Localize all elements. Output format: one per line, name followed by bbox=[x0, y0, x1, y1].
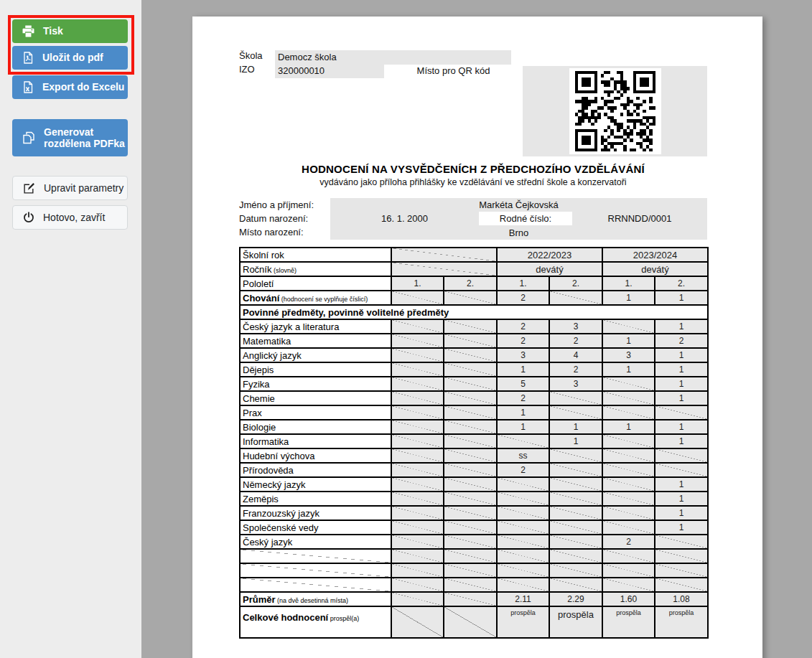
grade-cell bbox=[497, 549, 549, 563]
row-label-cell bbox=[240, 549, 391, 563]
grade-cell: 1 bbox=[497, 362, 549, 377]
grade-cell bbox=[549, 578, 602, 592]
qr-code bbox=[575, 71, 655, 151]
row-label-cell: Chování (hodnocení se vyplňuje číslicí) bbox=[240, 291, 391, 305]
row-label-cell: Ročník (slovně) bbox=[240, 262, 391, 276]
grade-cell bbox=[444, 463, 497, 477]
table-row: Hudební výchovass bbox=[240, 448, 708, 463]
grade-cell bbox=[444, 348, 497, 362]
grade-cell bbox=[391, 477, 444, 492]
grade-cell bbox=[549, 492, 602, 506]
printer-icon bbox=[22, 25, 34, 37]
save-pdf-button[interactable]: Uložit do pdf bbox=[12, 46, 128, 70]
grade-cell: 2.29 bbox=[549, 592, 602, 606]
print-button-label: Tisk bbox=[43, 25, 63, 37]
grade-cell bbox=[391, 420, 444, 434]
grade-cell: 2 bbox=[549, 334, 602, 348]
grade-cell bbox=[444, 492, 497, 506]
generate-split-pdfs-button-label: Generovat rozdělena PDFka bbox=[44, 126, 128, 149]
grade-cell: 2. bbox=[549, 276, 602, 291]
grade-cell bbox=[391, 405, 444, 420]
grade-cell bbox=[444, 506, 497, 520]
grade-cell bbox=[444, 391, 497, 405]
grade-cell: 1 bbox=[549, 420, 602, 434]
row-label-cell: Hudební výchova bbox=[240, 448, 391, 463]
row-label-cell: Průměr (na dvě desetinná místa) bbox=[240, 592, 391, 606]
generate-split-pdfs-button[interactable]: Generovat rozdělena PDFka bbox=[12, 119, 128, 156]
grade-cell bbox=[391, 248, 497, 262]
grade-cell: prospěla bbox=[497, 606, 549, 638]
grade-cell bbox=[602, 448, 655, 463]
grade-cell bbox=[444, 434, 497, 448]
grade-cell: 2 bbox=[497, 463, 549, 477]
table-row: Matematika2212 bbox=[240, 334, 708, 348]
grade-cell bbox=[444, 405, 497, 420]
grade-cell bbox=[391, 334, 444, 348]
qr-code-tile bbox=[569, 68, 661, 154]
grade-cell: 3 bbox=[549, 319, 602, 334]
grade-cell: 1 bbox=[549, 434, 602, 448]
grade-cell: 1. bbox=[391, 276, 444, 291]
grade-cell: 4 bbox=[549, 348, 602, 362]
row-label-cell: Informatika bbox=[240, 434, 391, 448]
table-row bbox=[240, 563, 708, 578]
grade-cell: 5 bbox=[497, 377, 549, 391]
document-title: HODNOCENÍ NA VYSVĚDČENÍCH Z PŘEDCHOZÍHO … bbox=[239, 163, 707, 175]
table-row: Český jazyk a literatura231 bbox=[240, 319, 708, 334]
grade-cell bbox=[549, 463, 602, 477]
izo-value-field: 320000010 bbox=[275, 64, 384, 78]
grade-cell bbox=[391, 592, 444, 606]
qr-placeholder-label: Místo pro QR kód bbox=[384, 64, 523, 78]
grade-cell bbox=[602, 492, 655, 506]
grade-cell bbox=[602, 463, 655, 477]
name-label: Jméno a příjmení: bbox=[239, 199, 314, 210]
table-row: Biologie1111 bbox=[240, 420, 708, 434]
school-name-field: Democz škola bbox=[275, 50, 511, 65]
grade-cell: 1.60 bbox=[602, 592, 655, 606]
table-row: Chemie21 bbox=[240, 391, 708, 405]
grade-cell bbox=[391, 506, 444, 520]
grade-cell bbox=[602, 506, 655, 520]
grade-cell bbox=[444, 448, 497, 463]
done-close-button[interactable]: Hotovo, zavřít bbox=[12, 205, 128, 230]
export-excel-button[interactable]: Export do Excelu bbox=[12, 75, 128, 99]
grade-cell: devátý bbox=[497, 262, 602, 276]
grade-cell bbox=[549, 535, 602, 549]
grade-cell bbox=[602, 520, 655, 535]
grade-cell: 1 bbox=[655, 377, 708, 391]
print-button[interactable]: Tisk bbox=[12, 19, 128, 43]
excel-file-icon bbox=[22, 81, 34, 93]
grade-cell bbox=[549, 520, 602, 535]
grade-cell: 1 bbox=[655, 348, 708, 362]
grade-cell: 2 bbox=[497, 291, 549, 305]
grade-cell: 1 bbox=[655, 520, 708, 535]
table-row: Školní rok2022/20232023/2024 bbox=[240, 248, 708, 262]
table-row: Anglický jazyk3431 bbox=[240, 348, 708, 362]
row-label-cell: Celkové hodnocení prospěl(a) bbox=[240, 606, 391, 638]
personal-info-box: Markéta Čejkovská 16. 1. 2000 Rodné čísl… bbox=[330, 198, 707, 240]
table-row: Český jazyk2 bbox=[240, 535, 708, 549]
grade-cell: 1. bbox=[497, 276, 549, 291]
document-subtitle: vydáváno jako příloha přihlášky ke vzděl… bbox=[239, 177, 707, 187]
birthdate-label: Datum narození: bbox=[239, 213, 308, 224]
row-label-cell: Anglický jazyk bbox=[240, 348, 391, 362]
grade-cell bbox=[391, 319, 444, 334]
grade-cell bbox=[602, 477, 655, 492]
row-label-cell: Český jazyk a literatura bbox=[240, 319, 391, 334]
grade-cell bbox=[391, 535, 444, 549]
grade-cell bbox=[391, 434, 444, 448]
grade-cell: 1 bbox=[655, 319, 708, 334]
table-row: Informatika11 bbox=[240, 434, 708, 448]
save-pdf-button-label: Uložit do pdf bbox=[42, 52, 103, 63]
grade-cell bbox=[602, 578, 655, 592]
grade-cell bbox=[391, 520, 444, 535]
grade-cell: 2 bbox=[602, 535, 655, 549]
grade-cell bbox=[549, 563, 602, 578]
table-row: Dějepis1211 bbox=[240, 362, 708, 377]
document-page: Škola Democz škola IZO 320000010 Místo p… bbox=[192, 17, 762, 658]
row-label-cell bbox=[240, 563, 391, 578]
grade-cell: ss bbox=[497, 448, 549, 463]
table-row: Německý jazyk1 bbox=[240, 477, 708, 492]
edit-parameters-button[interactable]: Upravit parametry bbox=[12, 176, 128, 200]
grade-cell bbox=[549, 549, 602, 563]
